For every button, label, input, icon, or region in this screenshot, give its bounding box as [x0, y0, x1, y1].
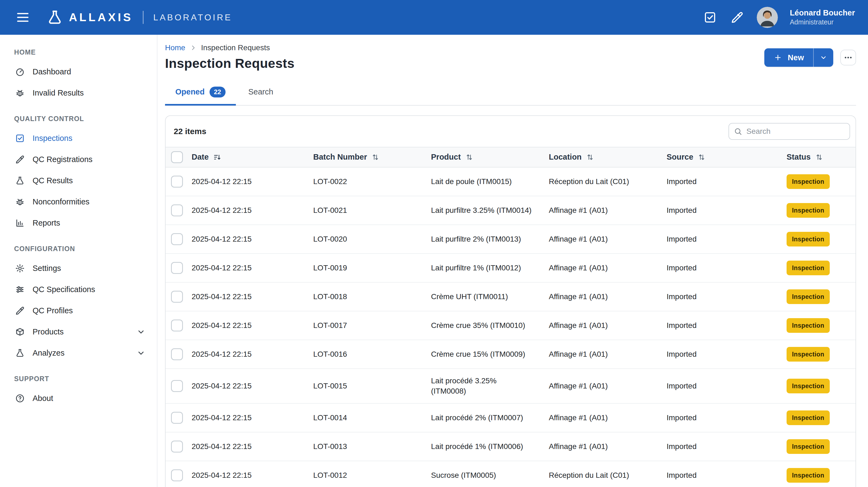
sidebar-item-analyzes[interactable]: Analyzes: [0, 342, 157, 364]
check-square-icon: [14, 133, 25, 143]
sidebar-item-qc-results[interactable]: QC Results: [0, 170, 157, 191]
search-input[interactable]: [728, 123, 850, 140]
cell-product: Lait procédé 2% (ITM0007): [431, 403, 549, 432]
cell-batch: LOT-0020: [313, 225, 431, 253]
breadcrumb-current: Inspection Requests: [201, 43, 270, 52]
row-checkbox[interactable]: [171, 412, 183, 424]
bug-icon: [14, 88, 25, 98]
cell-source: Imported: [666, 225, 786, 253]
tab-opened[interactable]: Opened 22: [165, 82, 236, 105]
user-role: Administrateur: [790, 19, 855, 26]
column-header-batch-number[interactable]: Batch Number: [313, 147, 431, 167]
new-button[interactable]: New: [764, 48, 813, 67]
column-label: Status: [786, 153, 811, 161]
row-checkbox[interactable]: [171, 176, 183, 188]
chevron-down-icon: [136, 327, 146, 337]
sidebar-item-label: About: [33, 394, 146, 403]
table-row[interactable]: 2025-04-12 22:15LOT-0013Lait procédé 1% …: [165, 432, 856, 461]
menu-icon: [15, 10, 30, 25]
table-row[interactable]: 2025-04-12 22:15LOT-0020Lait purfiltre 2…: [165, 225, 856, 253]
table-row[interactable]: 2025-04-12 22:15LOT-0014Lait procédé 2% …: [165, 403, 856, 432]
cell-status: Inspection: [786, 403, 856, 432]
cell-location: Réception du Lait (C01): [549, 167, 666, 196]
row-checkbox[interactable]: [171, 291, 183, 303]
sort-desc-icon: [213, 153, 221, 161]
sidebar-item-products[interactable]: Products: [0, 321, 157, 342]
row-select-cell: [165, 369, 192, 403]
topbar-actions: Léonard Boucher Administrateur: [703, 7, 855, 28]
row-checkbox[interactable]: [171, 262, 183, 274]
row-checkbox[interactable]: [171, 440, 183, 453]
sidebar-item-label: Settings: [33, 264, 146, 273]
plus-icon: [774, 53, 782, 62]
sidebar-item-dashboard[interactable]: Dashboard: [0, 61, 157, 82]
row-select-cell: [165, 311, 192, 340]
status-badge: Inspection: [786, 174, 830, 189]
table-row[interactable]: 2025-04-12 22:15LOT-0017Crème crue 35% (…: [165, 311, 856, 340]
breadcrumb-home-link[interactable]: Home: [165, 43, 185, 52]
status-badge: Inspection: [786, 379, 830, 393]
sidebar-item-invalid-results[interactable]: Invalid Results: [0, 82, 157, 103]
cell-location: Affinage #1 (A01): [549, 311, 666, 340]
menu-toggle-button[interactable]: [13, 8, 33, 27]
row-checkbox[interactable]: [171, 380, 183, 392]
row-checkbox[interactable]: [171, 205, 183, 216]
cell-date: 2025-04-12 22:15: [192, 196, 313, 225]
cell-product: Lait purfiltre 3.25% (ITM0014): [431, 196, 549, 225]
table-row[interactable]: 2025-04-12 22:15LOT-0012Sucrose (ITM0005…: [165, 461, 856, 487]
sort-both-icon: [465, 153, 473, 161]
sidebar-item-about[interactable]: About: [0, 388, 157, 409]
sidebar-section-title: HOME: [0, 48, 157, 56]
chevron-down-icon: [819, 54, 828, 62]
chevron-right-icon: [190, 44, 197, 51]
table-row[interactable]: 2025-04-12 22:15LOT-0021Lait purfiltre 3…: [165, 196, 856, 225]
row-checkbox[interactable]: [171, 319, 183, 331]
new-dropdown-button[interactable]: [813, 48, 833, 67]
sidebar-item-label: Inspections: [33, 134, 146, 143]
breadcrumb: Home Inspection Requests: [165, 43, 294, 52]
row-checkbox[interactable]: [171, 469, 183, 481]
cell-source: Imported: [666, 369, 786, 403]
sidebar: HOMEDashboardInvalid ResultsQUALITY CONT…: [0, 35, 157, 487]
row-checkbox[interactable]: [171, 233, 183, 245]
avatar[interactable]: [757, 7, 778, 28]
sidebar-item-nonconformities[interactable]: Nonconformities: [0, 191, 157, 212]
cell-source: Imported: [666, 196, 786, 225]
sidebar-item-qc-profiles[interactable]: QC Profiles: [0, 300, 157, 321]
sidebar-item-inspections[interactable]: Inspections: [0, 128, 157, 149]
more-options-button[interactable]: [840, 50, 856, 65]
sidebar-item-label: QC Specifications: [33, 285, 146, 294]
row-checkbox[interactable]: [171, 348, 183, 360]
sort-both-icon: [698, 153, 706, 161]
row-select-cell: [165, 225, 192, 253]
table-row[interactable]: 2025-04-12 22:15LOT-0019Lait purfiltre 1…: [165, 253, 856, 282]
sidebar-item-settings[interactable]: Settings: [0, 257, 157, 279]
flask-icon: [14, 176, 25, 185]
sort-both-icon: [815, 153, 823, 161]
new-split-button: New: [764, 48, 833, 67]
cell-batch: LOT-0019: [313, 253, 431, 282]
status-badge: Inspection: [786, 290, 830, 304]
sidebar-item-reports[interactable]: Reports: [0, 212, 157, 234]
column-header-status[interactable]: Status: [786, 147, 856, 167]
box-icon: [14, 327, 25, 337]
column-header-product[interactable]: Product: [431, 147, 549, 167]
table-body: 2025-04-12 22:15LOT-0022Lait de poule (I…: [165, 167, 856, 487]
tab-opened-label: Opened: [175, 87, 205, 96]
column-header-location[interactable]: Location: [549, 147, 666, 167]
sidebar-item-qc-specifications[interactable]: QC Specifications: [0, 279, 157, 300]
table-row[interactable]: 2025-04-12 22:15LOT-0022Lait de poule (I…: [165, 167, 856, 196]
sidebar-item-qc-registrations[interactable]: QC Registrations: [0, 149, 157, 170]
sidebar-item-label: QC Registrations: [33, 155, 146, 164]
eyedropper-button[interactable]: [730, 10, 745, 25]
row-select-cell: [165, 403, 192, 432]
column-header-source[interactable]: Source: [666, 147, 786, 167]
brand: ALLAXIS LABORATOIRE: [47, 9, 232, 26]
select-all-checkbox[interactable]: [171, 151, 183, 163]
table-row[interactable]: 2025-04-12 22:15LOT-0018Crème UHT (ITM00…: [165, 282, 856, 311]
table-row[interactable]: 2025-04-12 22:15LOT-0015Lait procédé 3.2…: [165, 369, 856, 403]
tab-search[interactable]: Search: [238, 82, 284, 105]
table-row[interactable]: 2025-04-12 22:15LOT-0016Crème crue 15% (…: [165, 340, 856, 369]
column-header-date[interactable]: Date: [192, 147, 313, 167]
tasks-button[interactable]: [703, 10, 718, 25]
